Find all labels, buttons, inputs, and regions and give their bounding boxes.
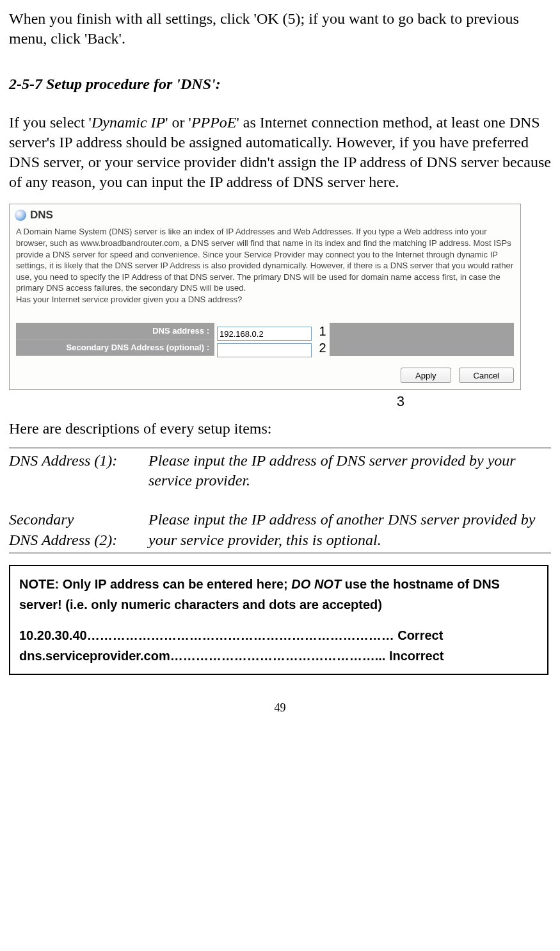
text: Secondary <box>9 511 74 528</box>
row-filler <box>330 323 514 339</box>
text: Dynamic IP <box>92 114 165 131</box>
dns-address-label: DNS address : <box>16 323 214 339</box>
button-row: Apply Cancel <box>10 356 520 389</box>
apply-button[interactable]: Apply <box>401 368 451 383</box>
secondary-dns-input-cell <box>214 337 316 359</box>
annotation-2: 2 <box>316 339 330 356</box>
dns-settings-screenshot: DNS A Domain Name System (DNS) server is… <box>9 204 521 390</box>
def-label: Secondary DNS Address (2): <box>9 507 148 552</box>
def-text: Please input the IP address of another D… <box>148 507 551 552</box>
page-number: 49 <box>9 701 551 715</box>
divider <box>9 553 551 553</box>
table-row: Secondary DNS Address (2): Please input … <box>9 507 551 552</box>
cancel-button[interactable]: Cancel <box>459 368 514 383</box>
note-example-incorrect: dns.serviceprovider.com………………………………………….… <box>19 646 538 666</box>
note-example-correct: 10.20.30.40……………………………………………………………… Corr… <box>19 625 538 646</box>
secondary-dns-input[interactable] <box>217 343 312 357</box>
annotation-1: 1 <box>316 323 330 339</box>
definitions-table: DNS Address (1): Please input the IP add… <box>9 448 551 553</box>
body-paragraph: If you select 'Dynamic IP' or 'PPPoE' as… <box>9 113 551 193</box>
note-box: NOTE: Only IP address can be entered her… <box>9 565 548 675</box>
secondary-dns-row: Secondary DNS Address (optional) : 2 <box>16 339 514 356</box>
panel-title: DNS <box>30 208 53 222</box>
table-row: DNS Address (1): Please input the IP add… <box>9 448 551 493</box>
section-heading: 2-5-7 Setup procedure for 'DNS': <box>9 74 551 94</box>
def-text: Please input the IP address of DNS serve… <box>148 448 551 493</box>
text: If you select ' <box>9 114 92 131</box>
annotation-3: 3 <box>9 393 520 411</box>
dns-form: DNS address : 1 Secondary DNS Address (o… <box>10 310 520 356</box>
secondary-dns-label: Secondary DNS Address (optional) : <box>16 339 214 356</box>
def-label: DNS Address (1): <box>9 448 148 493</box>
text: NOTE: Only IP address can be entered her… <box>19 577 291 591</box>
panel-description: A Domain Name System (DNS) server is lik… <box>10 224 520 310</box>
text: ' or ' <box>165 114 191 131</box>
descriptions-heading: Here are descriptions of every setup ite… <box>9 419 551 439</box>
intro-paragraph: When you finish with all settings, click… <box>9 9 551 49</box>
text: PPPoE <box>191 114 237 131</box>
panel-title-row: DNS <box>10 204 520 224</box>
text: DNS Address (2): <box>9 532 117 548</box>
row-filler <box>330 339 514 356</box>
note-line-1: NOTE: Only IP address can be entered her… <box>19 574 538 615</box>
text: DO NOT <box>291 577 341 591</box>
globe-icon <box>15 209 26 221</box>
